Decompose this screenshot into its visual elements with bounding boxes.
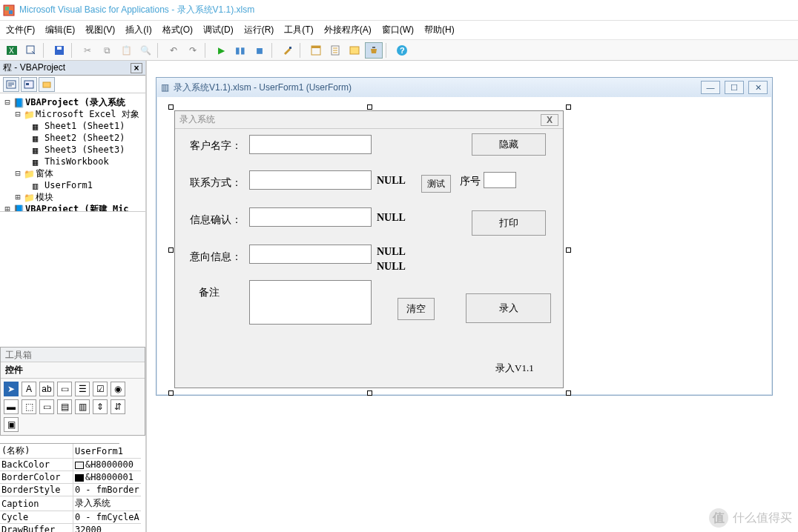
optionbutton-tool-icon[interactable]: ◉ [111, 382, 125, 396]
spinbutton-tool-icon[interactable]: ⇵ [111, 399, 125, 414]
button-enter[interactable]: 录入 [466, 293, 551, 323]
userform-caption: 录入系统 [179, 113, 215, 126]
tabstrip-tool-icon[interactable]: ▤ [57, 399, 72, 414]
folder-icon: 📁 [24, 109, 34, 119]
workbook-icon: ▦ [33, 156, 43, 167]
redo-icon[interactable]: ↷ [184, 42, 202, 59]
scrollbar-tool-icon[interactable]: ⇕ [93, 399, 108, 414]
menu-addins[interactable]: 外接程序(A) [324, 24, 372, 36]
watermark: 值 什么值得买 [709, 508, 792, 528]
label-null-1[interactable]: NULL [377, 175, 406, 187]
toolbox-tab-controls[interactable]: 控件 [1, 362, 145, 379]
toolbox-icon[interactable] [365, 42, 383, 59]
view-code-icon[interactable] [3, 77, 19, 92]
toggle-folders-icon[interactable] [39, 77, 55, 92]
undo-icon[interactable]: ↶ [165, 42, 182, 59]
project-panel-close-icon[interactable]: × [131, 63, 142, 73]
copy-icon[interactable]: ⧉ [98, 42, 116, 59]
form-designer-window[interactable]: ▥ 录入系统V1.1).xlsm - UserForm1 (UserForm) … [156, 77, 773, 396]
find-icon[interactable]: 🔍 [136, 42, 154, 59]
menu-insert[interactable]: 插入(I) [125, 24, 151, 36]
save-icon[interactable] [50, 42, 68, 59]
label-tool-icon[interactable]: A [22, 382, 36, 396]
label-customer-name[interactable]: 客户名字： [188, 139, 243, 153]
svg-rect-12 [350, 47, 359, 54]
project-tree[interactable]: ⊟📘VBAProject (录入系统 ⊟📁Microsoft Excel 对象 … [0, 93, 145, 212]
run-icon[interactable]: ▶ [212, 42, 230, 59]
label-contact[interactable]: 联系方式： [188, 176, 243, 190]
break-icon[interactable]: ▮▮ [231, 42, 249, 59]
svg-rect-8 [289, 47, 291, 49]
app-titlebar: Microsoft Visual Basic for Applications … [0, 0, 798, 21]
project-icon: 📘 [13, 204, 24, 212]
userform-canvas[interactable]: 录入系统 X 客户名字： 联系方式： NULL 信息确认： NULL 意向信息：… [174, 110, 564, 388]
textbox-contact[interactable] [249, 170, 372, 190]
commandbutton-tool-icon[interactable]: ▭ [39, 399, 54, 414]
design-mode-icon[interactable] [279, 42, 297, 59]
label-version[interactable]: 录入V1.1 [494, 362, 535, 375]
textbox-confirm[interactable] [249, 207, 372, 227]
label-intent[interactable]: 意向信息： [188, 250, 243, 264]
properties-icon[interactable] [326, 42, 344, 59]
label-null-4[interactable]: NULL [377, 261, 406, 273]
menubar: 文件(F) 编辑(E) 视图(V) 插入(I) 格式(O) 调试(D) 运行(R… [0, 21, 798, 40]
menu-debug[interactable]: 调试(D) [203, 24, 234, 36]
insert-object-icon[interactable] [22, 42, 40, 59]
togglebutton-tool-icon[interactable]: ▬ [4, 399, 19, 414]
maximize-button[interactable]: ☐ [725, 81, 744, 94]
watermark-text: 什么值得买 [733, 511, 792, 526]
frame-tool-icon[interactable]: ⬚ [22, 399, 36, 414]
object-browser-icon[interactable] [346, 42, 363, 59]
multipage-tool-icon[interactable]: ▥ [75, 399, 90, 414]
textbox-note[interactable] [249, 280, 372, 325]
listbox-tool-icon[interactable]: ☰ [75, 382, 90, 396]
label-note[interactable]: 备注 [197, 286, 221, 299]
button-clear[interactable]: 清空 [398, 298, 435, 320]
watermark-icon: 值 [709, 508, 728, 528]
menu-format[interactable]: 格式(O) [162, 24, 193, 36]
form-designer-titlebar[interactable]: ▥ 录入系统V1.1).xlsm - UserForm1 (UserForm) … [156, 78, 772, 97]
minimize-button[interactable]: — [701, 81, 720, 94]
svg-rect-7 [57, 47, 62, 50]
pointer-tool-icon[interactable]: ➤ [4, 382, 19, 396]
label-confirm[interactable]: 信息确认： [188, 213, 243, 227]
button-print[interactable]: 打印 [472, 210, 546, 236]
close-button[interactable]: ✕ [748, 81, 768, 94]
project-toolbar [0, 76, 145, 93]
menu-view[interactable]: 视图(V) [85, 24, 115, 36]
textbox-seq[interactable] [484, 172, 516, 188]
project-explorer-icon[interactable] [307, 42, 325, 59]
menu-run[interactable]: 运行(R) [244, 24, 274, 36]
userform-close-icon[interactable]: X [541, 114, 558, 126]
form-icon: ▥ [33, 180, 43, 190]
app-title: Microsoft Visual Basic for Applications … [19, 4, 254, 16]
label-null-3[interactable]: NULL [377, 246, 406, 258]
toolbar: X ✂ ⧉ 📋 🔍 ↶ ↷ ▶ ▮▮ ◼ ? [0, 40, 798, 61]
checkbox-tool-icon[interactable]: ☑ [93, 382, 108, 396]
menu-tools[interactable]: 工具(T) [284, 24, 313, 36]
paste-icon[interactable]: 📋 [117, 42, 135, 59]
label-null-2[interactable]: NULL [377, 212, 406, 224]
combobox-tool-icon[interactable]: ▭ [57, 382, 72, 396]
form-file-icon: ▥ [161, 82, 169, 93]
image-tool-icon[interactable]: ▣ [4, 417, 19, 432]
menu-window[interactable]: 窗口(W) [382, 24, 414, 36]
menu-help[interactable]: 帮助(H) [424, 24, 455, 36]
form-selection[interactable]: 录入系统 X 客户名字： 联系方式： NULL 信息确认： NULL 意向信息：… [171, 107, 568, 393]
menu-edit[interactable]: 编辑(E) [45, 24, 75, 36]
svg-text:X: X [9, 47, 14, 55]
cut-icon[interactable]: ✂ [79, 42, 96, 59]
textbox-tool-icon[interactable]: ab [39, 382, 54, 396]
textbox-customer-name[interactable] [249, 135, 372, 154]
reset-icon[interactable]: ◼ [251, 42, 268, 59]
properties-panel[interactable]: (名称)UserForm1 BackColor&H8000000 BorderC… [0, 443, 119, 532]
help-icon[interactable]: ? [393, 42, 411, 59]
view-object-icon[interactable] [21, 77, 37, 92]
label-seq[interactable]: 序号 [458, 175, 482, 188]
excel-icon[interactable]: X [3, 42, 21, 59]
button-hide[interactable]: 隐藏 [472, 133, 546, 156]
toolbox-title: 工具箱 [1, 348, 145, 362]
menu-file[interactable]: 文件(F) [6, 24, 35, 36]
textbox-intent[interactable] [249, 245, 372, 264]
button-test[interactable]: 测试 [421, 175, 451, 193]
